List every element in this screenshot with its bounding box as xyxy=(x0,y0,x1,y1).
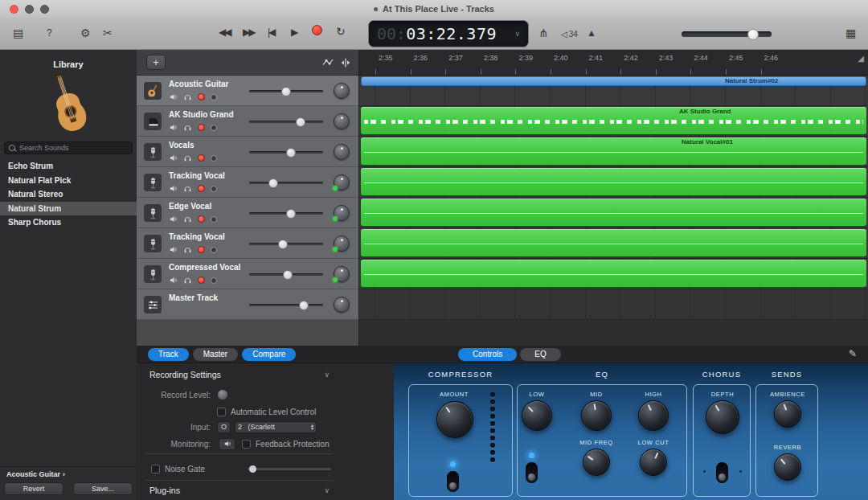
lane-master[interactable] xyxy=(359,289,868,320)
mute-button[interactable] xyxy=(169,92,178,101)
track-name[interactable]: Master Track xyxy=(169,293,218,302)
mute-button[interactable] xyxy=(169,184,178,193)
record-enable-button[interactable] xyxy=(198,154,205,162)
solo-button[interactable] xyxy=(183,184,192,193)
input-format-button[interactable]: O xyxy=(217,421,231,433)
solo-button[interactable] xyxy=(183,215,192,223)
save-button[interactable]: Save... xyxy=(73,482,133,495)
low-cut-knob[interactable] xyxy=(640,449,667,476)
track-name[interactable]: Edge Vocal xyxy=(169,202,211,211)
musical-typing-icon[interactable]: ▤ xyxy=(13,25,23,41)
track-name[interactable]: Vocals xyxy=(169,141,194,150)
pan-knob[interactable] xyxy=(334,236,350,252)
solo-button[interactable] xyxy=(183,276,192,285)
amount-knob[interactable] xyxy=(436,401,473,438)
region-natural-strum-02[interactable] xyxy=(361,76,866,86)
input-device-stepper[interactable]: 2 (Scarlett ▴ ▾ xyxy=(235,421,317,433)
volume-slider[interactable] xyxy=(249,121,323,123)
settings-gear-icon[interactable]: ⚙ xyxy=(80,25,91,41)
cycle-button[interactable]: ↻ xyxy=(336,25,344,38)
input-monitor-button[interactable] xyxy=(211,277,217,284)
volume-thumb[interactable] xyxy=(747,29,759,40)
input-monitor-button[interactable] xyxy=(211,186,217,192)
volume-slider[interactable] xyxy=(249,212,323,215)
input-monitor-button[interactable] xyxy=(211,155,217,162)
reverb-knob[interactable] xyxy=(774,453,801,481)
close-button[interactable] xyxy=(10,5,18,14)
lcd-display[interactable]: 00: 03:22.379 ∨ xyxy=(368,20,529,47)
recording-settings-header[interactable]: Recording Settings ∨ xyxy=(149,370,330,379)
record-enable-button[interactable] xyxy=(198,215,205,223)
track-name[interactable]: AK Studio Grand xyxy=(169,110,234,119)
track-row-edge-vocal[interactable]: Edge Vocal xyxy=(137,198,358,228)
minimize-button[interactable] xyxy=(25,5,34,14)
rewind-button[interactable]: ◀◀ xyxy=(219,27,230,38)
track-name[interactable]: Acoustic Guitar xyxy=(169,80,228,88)
solo-button[interactable] xyxy=(183,154,192,162)
zoom-button[interactable] xyxy=(40,5,49,14)
lane-compressed-vocal[interactable] xyxy=(359,259,868,289)
eq-power-switch[interactable] xyxy=(526,462,538,483)
noise-gate-checkbox[interactable] xyxy=(151,465,160,473)
pan-knob[interactable] xyxy=(334,174,350,191)
mid-knob[interactable] xyxy=(581,400,612,431)
cut-tool-icon[interactable]: ✂ xyxy=(103,25,113,41)
record-enable-button[interactable] xyxy=(198,246,205,253)
add-track-button[interactable]: + xyxy=(146,55,166,70)
mute-button[interactable] xyxy=(169,245,178,254)
lane-edge-vocal[interactable] xyxy=(359,198,868,228)
track-row-compressed-vocal[interactable]: Compressed Vocal xyxy=(137,259,358,289)
chorus-power-switch[interactable] xyxy=(716,462,728,483)
go-to-start-button[interactable]: |◀ xyxy=(268,27,274,38)
pan-knob[interactable] xyxy=(334,83,350,99)
patch-item[interactable]: Sharp Chorus xyxy=(0,215,137,230)
revert-button[interactable]: Revert xyxy=(4,482,63,495)
lcd-chevron-icon[interactable]: ∨ xyxy=(514,30,520,38)
lane-tracking-vocal-1[interactable] xyxy=(359,167,868,198)
solo-button[interactable] xyxy=(183,245,192,254)
ambience-knob[interactable] xyxy=(774,400,801,428)
volume-slider[interactable] xyxy=(249,304,323,306)
track-row-vocals[interactable]: Vocals xyxy=(137,137,358,167)
patch-item[interactable]: Natural Flat Pick xyxy=(0,174,137,188)
region-vocal[interactable] xyxy=(361,260,866,287)
forward-button[interactable]: ▶▶ xyxy=(243,27,254,38)
input-monitor-button[interactable] xyxy=(211,94,217,100)
lane-acoustic-guitar[interactable]: Natural Strum#02 xyxy=(359,76,868,106)
track-name[interactable]: Compressed Vocal xyxy=(169,263,240,272)
compressor-power-switch[interactable] xyxy=(447,471,459,492)
zoom-icon[interactable]: ◢ xyxy=(858,54,864,63)
input-monitor-button[interactable] xyxy=(211,247,217,253)
volume-slider[interactable] xyxy=(249,243,323,245)
volume-slider[interactable] xyxy=(249,273,323,276)
lane-ak-studio-grand[interactable]: AK Studio Grand xyxy=(359,106,868,137)
track-row-acoustic-guitar[interactable]: Acoustic Guitar xyxy=(137,76,358,106)
pan-knob[interactable] xyxy=(334,144,350,160)
mid-freq-knob[interactable] xyxy=(583,449,610,476)
mute-button[interactable] xyxy=(169,154,178,162)
track-row-tracking-vocal-2[interactable]: Tracking Vocal xyxy=(137,228,358,259)
monitoring-speaker-icon[interactable] xyxy=(219,438,235,450)
patch-item-selected[interactable]: Natural Strum xyxy=(0,202,137,216)
pan-knob[interactable] xyxy=(334,266,350,282)
noise-gate-slider[interactable] xyxy=(248,468,331,470)
time-ruler[interactable]: 2:35 2:36 2:37 2:38 2:39 2:40 2:41 2:42 … xyxy=(359,50,868,76)
metronome-icon[interactable]: ▲ xyxy=(587,25,596,41)
lane-tracking-vocal-2[interactable] xyxy=(359,228,868,259)
region-vocal[interactable] xyxy=(361,199,866,226)
auto-level-checkbox[interactable] xyxy=(217,408,226,416)
solo-button[interactable] xyxy=(183,123,192,132)
tab-master[interactable]: Master xyxy=(193,348,239,361)
help-icon[interactable]: ? xyxy=(47,25,52,41)
patch-item[interactable]: Natural Stereo xyxy=(0,187,137,202)
solo-button[interactable] xyxy=(183,92,192,101)
track-row-master[interactable]: Master Track xyxy=(137,289,358,320)
lane-vocals[interactable]: Natural Vocal#01 xyxy=(359,137,868,167)
pan-knob[interactable] xyxy=(334,297,350,313)
tab-compare[interactable]: Compare xyxy=(242,348,296,361)
mute-button[interactable] xyxy=(169,215,178,223)
region-vocal[interactable] xyxy=(361,168,866,195)
pan-knob[interactable] xyxy=(334,113,350,129)
play-button[interactable]: ▶ xyxy=(291,27,297,38)
record-enable-button[interactable] xyxy=(198,124,205,131)
